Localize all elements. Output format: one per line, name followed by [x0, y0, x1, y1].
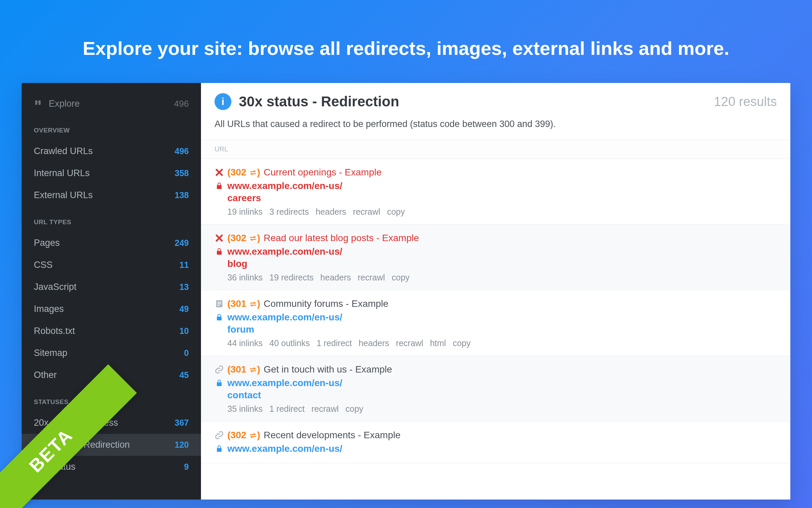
url-title: Community forums - Example [264, 298, 388, 309]
sidebar-item-count: 10 [179, 326, 189, 336]
sidebar-explore-count: 496 [174, 99, 189, 109]
url-meta-action[interactable]: copy [453, 338, 471, 348]
url-meta-action[interactable]: 40 outlinks [269, 338, 310, 348]
url-meta: 44 inlinks40 outlinks1 redirectheadersre… [215, 338, 777, 348]
url-meta-action[interactable]: 19 inlinks [227, 207, 263, 217]
url-slug[interactable]: forum [215, 324, 777, 335]
sidebar-item-css[interactable]: CSS 11 [22, 254, 201, 276]
sidebar-item-label: Sitemap [34, 348, 67, 358]
url-meta-action[interactable]: copy [392, 273, 410, 282]
status-code-badge: (301 ) [227, 364, 260, 375]
url-full[interactable]: www.example.com/en-us/ [227, 443, 342, 454]
status-code-badge: (302 ) [227, 430, 260, 441]
url-meta-action[interactable]: html [430, 338, 446, 348]
sidebar-item-count: 358 [175, 168, 189, 178]
lock-icon [215, 182, 224, 190]
sidebar-item-count: 249 [175, 238, 189, 248]
url-item[interactable]: (301 ) Community forums - Example www.ex… [201, 290, 790, 356]
main-panel: i 30x status - Redirection 120 results A… [201, 83, 790, 500]
url-meta-action[interactable]: copy [387, 207, 405, 217]
url-item[interactable]: (302 ) Current openings - Example www.ex… [201, 159, 790, 225]
sidebar-item-label: Other [34, 370, 57, 380]
info-icon: i [215, 93, 231, 110]
page-title: 30x status - Redirection [239, 93, 399, 110]
url-meta-action[interactable]: 35 inlinks [227, 404, 263, 414]
svg-rect-3 [217, 305, 220, 306]
link-icon [215, 430, 224, 440]
url-full[interactable]: www.example.com/en-us/ [227, 378, 342, 388]
sidebar-item-crawled-urls[interactable]: Crawled URLs 496 [22, 140, 201, 162]
url-item[interactable]: (302 ) Recent developments - Example www… [201, 422, 790, 463]
lock-icon [215, 313, 224, 321]
url-meta: 19 inlinks3 redirectsheadersrecrawlcopy [215, 207, 777, 217]
url-meta-action[interactable]: copy [345, 404, 363, 414]
sidebar-item-internal-urls[interactable]: Internal URLs 358 [22, 162, 201, 184]
column-header-url: URL [201, 140, 790, 159]
url-meta-action[interactable]: 36 inlinks [227, 273, 263, 282]
url-meta-action[interactable]: recrawl [358, 273, 385, 282]
sidebar-item-label: Pages [34, 238, 60, 248]
url-meta-action[interactable]: headers [359, 338, 389, 348]
url-meta-action[interactable]: 1 redirect [269, 404, 304, 414]
url-meta: 35 inlinks1 redirectrecrawlcopy [215, 404, 777, 414]
url-slug[interactable]: blog [215, 258, 777, 269]
lock-icon [215, 445, 224, 453]
page-header: i 30x status - Redirection 120 results [201, 83, 790, 117]
url-meta-action[interactable]: headers [320, 273, 351, 282]
hero-title: Explore your site: browse all redirects,… [0, 0, 812, 83]
status-code-badge: (301 ) [227, 298, 260, 309]
url-item[interactable]: (302 ) Read our latest blog posts - Exam… [201, 225, 790, 290]
sidebar-item-count: 496 [175, 146, 189, 156]
sidebar-item-label: Crawled URLs [34, 146, 93, 156]
url-meta-action[interactable]: recrawl [353, 207, 380, 217]
url-item[interactable]: (301 ) Get in touch with us - Example ww… [201, 356, 790, 422]
svg-rect-1 [217, 302, 221, 302]
url-meta-action[interactable]: headers [316, 207, 346, 217]
sidebar-item-external-urls[interactable]: External URLs 138 [22, 184, 201, 206]
url-list: (302 ) Current openings - Example www.ex… [201, 159, 790, 500]
url-title: Get in touch with us - Example [264, 364, 392, 375]
sidebar-item-label: Robots.txt [34, 326, 75, 336]
sidebar-explore-label: Explore [49, 99, 80, 109]
lock-icon [215, 248, 224, 256]
document-icon [215, 299, 224, 309]
status-code-badge: (302 ) [227, 233, 260, 244]
url-meta-action[interactable]: recrawl [311, 404, 339, 414]
url-meta-action[interactable]: 1 redirect [317, 338, 352, 348]
url-title: Recent developments - Example [264, 430, 401, 441]
section-header-url-types: URL TYPES [22, 206, 201, 232]
url-meta-action[interactable]: 19 redirects [269, 273, 314, 282]
sidebar-item-sitemap[interactable]: Sitemap 0 [22, 342, 201, 364]
sidebar-explore[interactable]: Explore 496 [22, 93, 201, 114]
sidebar-item-count: 138 [175, 190, 189, 200]
url-meta-action[interactable]: recrawl [396, 338, 423, 348]
url-meta-action[interactable]: 44 inlinks [227, 338, 263, 348]
url-meta: 36 inlinks19 redirectsheadersrecrawlcopy [215, 273, 777, 282]
sidebar-item-images[interactable]: Images 49 [22, 298, 201, 320]
sidebar-item-count: 120 [175, 440, 189, 450]
app-window: Explore 496 OVERVIEW Crawled URLs 496 In… [22, 83, 790, 500]
sidebar-item-label: Images [34, 304, 64, 314]
sidebar-item-label: Internal URLs [34, 168, 90, 178]
sidebar-item-robots[interactable]: Robots.txt 10 [22, 320, 201, 342]
sidebar-item-count: 13 [179, 282, 189, 292]
sidebar-item-javascript[interactable]: JavaScript 13 [22, 276, 201, 298]
binoculars-icon [34, 99, 42, 109]
section-header-overview: OVERVIEW [22, 114, 201, 140]
sidebar-item-count: 49 [179, 304, 189, 314]
sidebar-item-label: External URLs [34, 190, 93, 200]
lock-icon [215, 379, 224, 387]
url-full[interactable]: www.example.com/en-us/ [227, 246, 342, 257]
link-icon [215, 365, 224, 374]
url-full[interactable]: www.example.com/en-us/ [227, 181, 342, 191]
x-icon [215, 168, 224, 177]
url-slug[interactable]: contact [215, 390, 777, 401]
sidebar-item-count: 0 [184, 348, 189, 358]
url-slug[interactable]: careers [215, 193, 777, 204]
sidebar-item-pages[interactable]: Pages 249 [22, 232, 201, 254]
sidebar-item-count: 9 [184, 462, 189, 472]
url-full[interactable]: www.example.com/en-us/ [227, 312, 342, 323]
sidebar-item-count: 367 [175, 418, 189, 428]
url-meta-action[interactable]: 3 redirects [269, 207, 309, 217]
svg-rect-2 [217, 303, 221, 304]
